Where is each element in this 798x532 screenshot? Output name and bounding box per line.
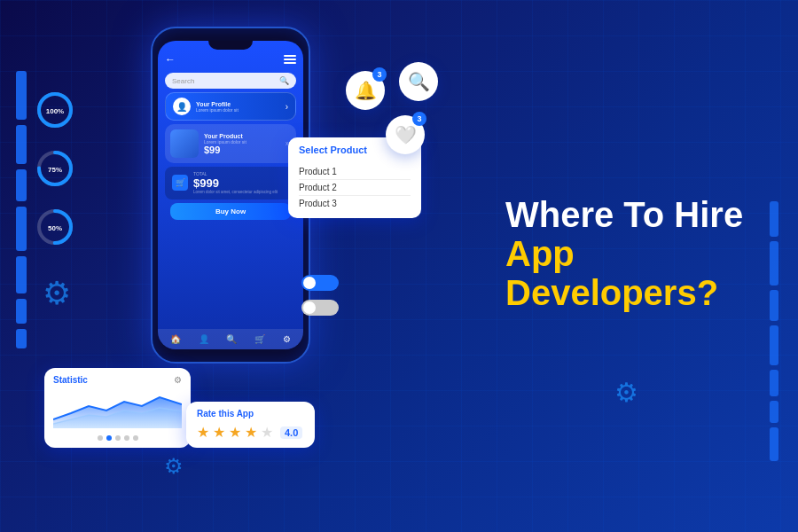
search-nav-icon[interactable]: 🔍 [226,334,237,344]
toggle-switches [301,275,339,316]
rating-score: 4.0 [280,426,302,439]
search-float-icon: 🔍 [408,71,430,92]
search-icon: 🔍 [279,76,289,85]
heading-line1: Where To Hire [505,195,771,234]
toggle-switch-2[interactable] [301,300,339,316]
gear-icon-bottomright: ⚙ [164,454,184,479]
star-2[interactable]: ★ [213,424,225,441]
left-bar-5 [16,256,27,293]
phone-screen: ← Search 🔍 👤 Your Profile Lorem ipsum do… [158,41,303,349]
toggle-knob-2 [303,301,316,314]
product-image [170,129,199,158]
star-3[interactable]: ★ [229,424,241,441]
product-option-2[interactable]: Product 2 [299,180,411,196]
circle-indicator-100: 100% [34,89,76,131]
search-placeholder: Search [172,77,276,85]
product-option-1[interactable]: Product 1 [299,164,411,180]
left-bar-7 [16,329,27,348]
statistic-card: Statistic ⚙ [44,368,191,448]
circle-indicator-50: 50% [34,206,76,248]
svg-text:50%: 50% [48,224,62,232]
buy-now-button[interactable]: Buy Now [170,203,291,220]
total-price: $999 [193,176,289,190]
circle-progress-indicators: 100% 75% 50% [34,89,76,248]
chevron-right-icon: › [286,102,288,112]
toggle-switch-1[interactable] [301,275,339,291]
settings-nav-icon[interactable]: ⚙ [283,334,291,344]
phone-body: ← Search 🔍 👤 Your Profile Lorem ipsum do… [151,27,310,364]
bell-badge: 3 [372,67,387,82]
cart-nav-icon[interactable]: 🛒 [254,334,265,344]
star-1[interactable]: ★ [197,424,209,441]
svg-text:100%: 100% [46,107,64,115]
circle-chart-75: 75% [34,147,76,190]
left-bar-1 [16,71,27,120]
heart-float-button[interactable]: 🤍 3 [386,115,425,154]
total-info: TOTAL $999 Lorem dolor sit amet, consect… [193,171,289,195]
dot-5 [133,435,138,441]
product-option-3[interactable]: Product 3 [299,196,411,211]
left-bar-4 [16,207,27,251]
select-product-title: Select Product [299,145,367,155]
profile-info: Your Profile Lorem ipsum dolor sit [196,101,280,113]
total-row: 🛒 TOTAL $999 Lorem dolor sit amet, conse… [165,167,296,200]
menu-icon [284,55,296,64]
star-4[interactable]: ★ [245,424,257,441]
avatar-icon: 👤 [173,98,191,115]
statistic-gear-icon: ⚙ [174,375,182,385]
dot-1 [98,435,103,441]
product-price: $99 [204,145,280,155]
profile-name: Your Profile [196,101,280,107]
profile-row[interactable]: 👤 Your Profile Lorem ipsum dolor sit › [165,92,296,121]
svg-text:75%: 75% [48,166,62,174]
right-bar-7 [770,427,778,461]
right-bar-5 [770,370,778,396]
bottom-nav: 🏠 👤 🔍 🛒 ⚙ [158,329,303,349]
rate-app-title: Rate this App [197,409,304,419]
heading-section: Where To Hire App Developers? [505,195,771,312]
home-icon[interactable]: 🏠 [170,334,181,344]
circle-chart-100: 100% [34,89,76,131]
right-bar-6 [770,401,778,423]
gear-icon-topleft: ⚙ [43,275,71,312]
circle-chart-50: 50% [34,206,76,248]
dot-4 [124,435,129,441]
rate-app-card: Rate this App ★ ★ ★ ★ ★ 4.0 [186,402,315,448]
product-info: Your Product Lorem ipsum dolor sit $99 [204,133,280,155]
statistic-header: Statistic ⚙ [53,375,182,385]
statistic-pagination [53,435,182,441]
profile-nav-icon[interactable]: 👤 [199,334,209,344]
product-card: Your Product Lorem ipsum dolor sit $99 X… [165,124,296,163]
left-bar-3 [16,169,27,201]
right-bar-4 [770,325,778,365]
left-bar-decoration [16,71,27,348]
dot-3 [115,435,121,441]
search-float-button[interactable]: 🔍 [399,62,438,101]
bell-icon: 🔔 [355,80,377,101]
total-desc: Lorem dolor sit amet, consectetur adipis… [193,190,289,195]
profile-subtitle: Lorem ipsum dolor sit [196,107,280,113]
heart-badge: 3 [412,112,426,126]
left-bar-2 [16,125,27,164]
back-arrow-icon: ← [165,53,176,66]
notification-bell-button[interactable]: 🔔 3 [346,71,385,110]
phone-search-bar[interactable]: Search 🔍 [165,73,296,89]
product-name: Your Product [204,133,280,139]
phone-notch [208,41,253,50]
star-5[interactable]: ★ [261,424,273,441]
heart-icon: 🤍 [395,124,417,145]
statistic-title: Statistic [53,375,88,385]
cart-icon: 🛒 [172,175,188,191]
gear-icon-right: ⚙ [614,377,638,408]
statistic-chart [53,388,182,428]
toggle-knob-1 [303,277,316,289]
left-bar-6 [16,299,27,324]
circle-indicator-75: 75% [34,147,76,190]
dot-2 [106,435,112,441]
star-rating[interactable]: ★ ★ ★ ★ ★ 4.0 [197,424,304,441]
phone-topbar: ← [158,50,303,69]
heading-line2: App Developers? [505,234,771,312]
